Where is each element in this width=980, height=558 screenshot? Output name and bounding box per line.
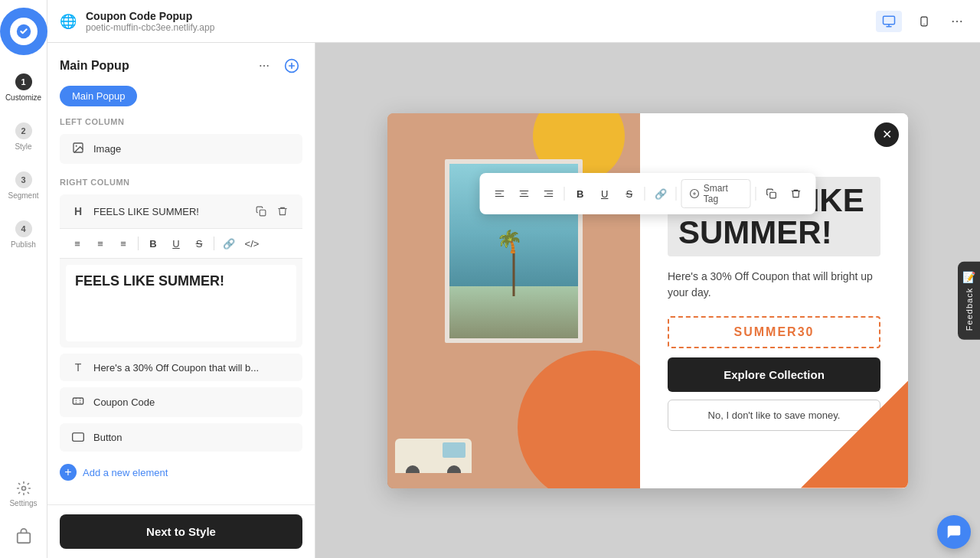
link-button[interactable]: 🔗 (219, 233, 239, 253)
topbar-url: poetic-muffin-cbc3ee.netlify.app (86, 22, 214, 33)
heading-copy-button[interactable] (252, 202, 270, 220)
button-icon (70, 431, 86, 444)
sidebar-bag[interactable] (0, 515, 47, 558)
ft-copy-button[interactable] (760, 183, 782, 204)
orange-corner (801, 381, 908, 488)
panel-header: Main Popup (47, 43, 315, 77)
feedback-label: Feedback (965, 287, 974, 330)
ft-align-center-button[interactable] (514, 183, 535, 204)
popup-image: 🌴 (387, 113, 640, 488)
sidebar-item-segment[interactable]: 3 Segment (0, 161, 47, 210)
ft-smart-tag-button[interactable]: Smart Tag (681, 179, 751, 208)
sidebar-item-label-publish: Publish (11, 240, 36, 249)
globe-icon: 🌐 (60, 13, 77, 30)
add-element-icon: + (60, 464, 77, 481)
ft-align-left-button[interactable] (488, 183, 510, 204)
svg-point-5 (923, 23, 924, 24)
device-desktop-button[interactable] (876, 11, 902, 32)
popup-no-thanks-button[interactable]: No, I don't like to save money. (668, 400, 880, 431)
step-number-3: 3 (15, 171, 32, 188)
heading-row[interactable]: H FEELS LIKE SUMMER! (60, 194, 302, 228)
more-options-button[interactable] (946, 11, 968, 32)
paragraph-row[interactable]: T Here's a 30% Off Coupon that will b... (60, 354, 302, 381)
sidebar-item-publish[interactable]: 4 Publish (0, 210, 47, 259)
ft-bold-button[interactable]: B (570, 183, 591, 204)
svg-point-14 (76, 145, 77, 147)
smart-tag-label: Smart Tag (704, 183, 743, 204)
align-left-button[interactable]: ≡ (67, 233, 87, 253)
popup-explore-button[interactable]: Explore Collection (668, 357, 880, 392)
bold-button[interactable]: B (143, 233, 163, 253)
bag-icon (15, 528, 32, 545)
coupon-row[interactable]: Coupon Code (60, 387, 302, 417)
strikethrough-button[interactable]: S (189, 233, 209, 253)
ft-trash-icon (790, 188, 801, 199)
main-popup-tab-label: Main Popup (72, 90, 125, 102)
svg-point-8 (960, 20, 962, 21)
ft-align-right-button[interactable] (538, 183, 560, 204)
topbar: 🌐 Coupon Code Popup poetic-muffin-cbc3ee… (47, 0, 980, 43)
popup-preview: ✕ 🌴 (387, 113, 908, 488)
next-to-style-button[interactable]: Next to Style (60, 514, 302, 549)
svg-point-11 (267, 65, 269, 67)
ft-link-button[interactable]: 🔗 (650, 183, 671, 204)
svg-rect-17 (73, 433, 84, 442)
align-right-button[interactable]: ≡ (113, 233, 133, 253)
feedback-icon: 📝 (962, 270, 975, 282)
mobile-icon (919, 15, 929, 28)
topbar-title: Coupon Code Popup (86, 10, 214, 22)
h-icon: H (70, 205, 86, 217)
panel-add-button[interactable] (281, 55, 302, 77)
paragraph-label: Here's a 30% Off Coupon that will b... (93, 362, 292, 374)
sidebar-item-style[interactable]: 2 Style (0, 112, 47, 161)
trash-icon (277, 206, 288, 217)
ft-delete-button[interactable] (785, 183, 806, 204)
sidebar: 1 Customize 2 Style 3 Segment 4 Publish … (0, 0, 47, 558)
step-number-4: 4 (15, 220, 32, 237)
add-element-row[interactable]: + Add a new element (47, 455, 315, 490)
van-right-wheel (447, 465, 461, 473)
code-button[interactable]: </> (242, 233, 262, 253)
plus-circle-icon (284, 58, 299, 73)
chat-bubble-button[interactable] (937, 515, 971, 549)
heading-element: H FEELS LIKE SUMMER! (60, 194, 302, 348)
svg-rect-19 (770, 192, 776, 198)
sidebar-item-customize[interactable]: 1 Customize (0, 63, 47, 112)
popup-subtext: Here's a 30% Off Coupon that will bright… (668, 269, 880, 301)
coupon-label: Coupon Code (93, 396, 292, 408)
panel-more-button[interactable] (253, 55, 275, 77)
panel-tab-row: Main Popup (47, 77, 315, 106)
image-icon (70, 142, 86, 156)
sidebar-settings[interactable]: Settings (0, 472, 47, 515)
panel-more-icon (258, 60, 270, 72)
device-mobile-button[interactable] (911, 11, 937, 32)
ft-underline-button[interactable]: U (594, 183, 616, 204)
ft-align-left-icon (495, 188, 505, 199)
desktop-icon (882, 15, 896, 28)
feedback-panel[interactable]: 📝 Feedback (958, 261, 980, 339)
main-popup-tab[interactable]: Main Popup (60, 86, 137, 106)
smart-tag-icon (690, 188, 700, 199)
body-area: Main Popup (47, 43, 980, 558)
popup-close-button[interactable]: ✕ (874, 122, 899, 147)
underline-button[interactable]: U (166, 233, 186, 253)
popup-left-column: 🌴 (387, 113, 640, 488)
ft-strikethrough-button[interactable]: S (619, 183, 640, 204)
copy-icon (256, 206, 266, 217)
heading-text: FEELS LIKE SUMMER! (93, 206, 244, 217)
heading-editor[interactable]: FEELS LIKE SUMMER! (66, 265, 296, 341)
image-label: Image (93, 143, 292, 155)
left-panel: Main Popup (47, 43, 315, 558)
main-area: 🌐 Coupon Code Popup poetic-muffin-cbc3ee… (47, 0, 980, 558)
heading-delete-button[interactable] (273, 202, 292, 220)
app-logo (0, 8, 47, 55)
text-icon: T (70, 361, 86, 374)
ft-align-center-icon (519, 188, 530, 199)
sidebar-item-label-customize: Customize (5, 93, 41, 102)
settings-label: Settings (9, 499, 37, 507)
svg-point-6 (952, 20, 954, 21)
svg-point-7 (956, 20, 958, 21)
align-center-button[interactable]: ≡ (90, 233, 110, 253)
button-row[interactable]: Button (60, 423, 302, 452)
image-row[interactable]: Image (60, 134, 302, 164)
